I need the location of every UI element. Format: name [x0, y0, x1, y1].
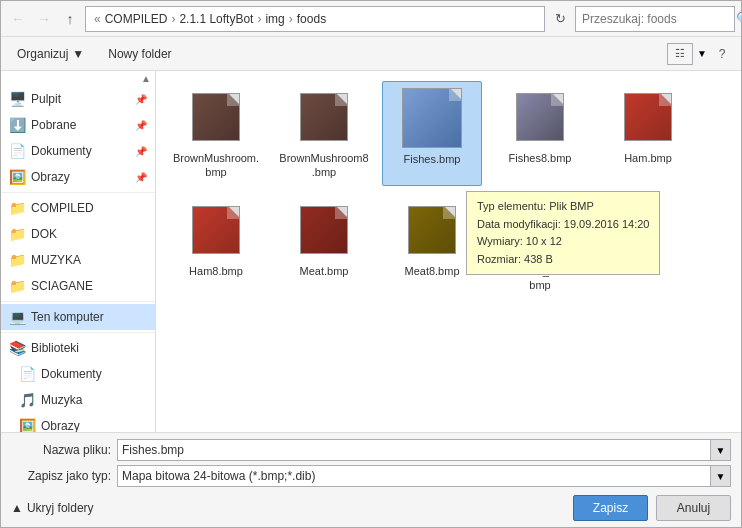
- cancel-button[interactable]: Anuluj: [656, 495, 731, 521]
- muzyka2-icon: 🎵: [19, 392, 36, 408]
- bmp-thumbnail-meat8: [408, 206, 456, 254]
- bmp-thumbnail-brownmush: [192, 93, 240, 141]
- tooltip-size-label: Rozmiar:: [477, 253, 521, 265]
- muzyka-folder-icon: 📁: [9, 252, 26, 268]
- file-item-meat[interactable]: Meat.bmp: [274, 194, 374, 299]
- sidebar-item-dok[interactable]: 📁 DOK: [1, 221, 155, 247]
- file-item-ham8[interactable]: Ham8.bmp: [166, 194, 266, 299]
- sidebar-item-pulpit[interactable]: 🖥️ Pulpit 📌: [1, 86, 155, 112]
- file-item-fishes[interactable]: Fishes.bmp: [382, 81, 482, 186]
- breadcrumb-arrow-1: ›: [171, 12, 175, 26]
- filetype-label: Zapisz jako typ:: [11, 469, 111, 483]
- hide-folders-label: Ukryj foldery: [27, 501, 94, 515]
- sidebar-item-obrazy2[interactable]: 🖼️ Obrazy: [1, 413, 155, 432]
- bottom-section: Nazwa pliku: ▼ Zapisz jako typ: ▼ ▲ Ukry…: [1, 432, 741, 527]
- new-folder-button[interactable]: Nowy folder: [100, 44, 179, 64]
- sidebar-item-label-muzyka: MUZYKA: [31, 253, 81, 267]
- filename-label: Nazwa pliku:: [11, 443, 111, 457]
- refresh-button[interactable]: ↻: [549, 8, 571, 30]
- compiled-folder-icon: 📁: [9, 200, 26, 216]
- pin-icon-2: 📌: [135, 146, 147, 157]
- sidebar-item-biblioteki[interactable]: 📚 Biblioteki: [1, 335, 155, 361]
- file-tooltip: Typ elementu: Plik BMP Data modyfikacji:…: [466, 191, 660, 275]
- pin-icon-1: 📌: [135, 120, 147, 131]
- filetype-dropdown[interactable]: ▼: [711, 465, 731, 487]
- filename-input[interactable]: [117, 439, 711, 461]
- action-buttons: Zapisz Anuluj: [573, 495, 731, 521]
- sidebar-item-obrazy[interactable]: 🖼️ Obrazy 📌: [1, 164, 155, 190]
- organize-button[interactable]: Organizuj ▼: [9, 44, 92, 64]
- toolbar: Organizuj ▼ Nowy folder ☷ ▼ ?: [1, 37, 741, 71]
- sciagane-folder-icon: 📁: [9, 278, 26, 294]
- forward-button[interactable]: →: [33, 8, 55, 30]
- sidebar-item-label-obrazy: Obrazy: [31, 170, 70, 184]
- bmp-thumbnail-fishes: [402, 88, 462, 148]
- filename-row: Nazwa pliku: ▼: [11, 439, 731, 461]
- hide-folders-button[interactable]: ▲ Ukryj foldery: [11, 501, 94, 515]
- view-toggle-button[interactable]: ☷: [667, 43, 693, 65]
- breadcrumb-arrow-2: ›: [257, 12, 261, 26]
- file-item-fishes8[interactable]: Fishes8.bmp: [490, 81, 590, 186]
- file-item-ham[interactable]: Ham.bmp: [598, 81, 698, 186]
- file-icon-meat: [294, 200, 354, 260]
- file-icon-ham: [618, 87, 678, 147]
- file-name-fishes: Fishes.bmp: [404, 152, 461, 166]
- filetype-input[interactable]: [117, 465, 711, 487]
- file-name-ham: Ham.bmp: [624, 151, 672, 165]
- breadcrumb-compiled[interactable]: COMPILED: [105, 12, 168, 26]
- breadcrumb-current: foods: [297, 12, 326, 26]
- scroll-up-icon[interactable]: ▲: [141, 73, 151, 84]
- file-item-brownmush[interactable]: BrownMushroom.bmp: [166, 81, 266, 186]
- breadcrumb-loftybot[interactable]: 2.1.1 LoftyBot: [179, 12, 253, 26]
- sidebar-item-label-dokumenty2: Dokumenty: [41, 367, 102, 381]
- bmp-thumbnail-ham: [624, 93, 672, 141]
- file-name-meat: Meat.bmp: [300, 264, 349, 278]
- file-item-brownmush8[interactable]: BrownMushroom8.bmp: [274, 81, 374, 186]
- sidebar-item-ten-komputer[interactable]: 💻 Ten komputer: [1, 304, 155, 330]
- sidebar-item-pobrane[interactable]: ⬇️ Pobrane 📌: [1, 112, 155, 138]
- sidebar-item-label-obrazy2: Obrazy: [41, 419, 80, 432]
- address-bar-container: ← → ↑ « COMPILED › 2.1.1 LoftyBot › img …: [1, 1, 741, 37]
- sidebar-item-label-muzyka2: Muzyka: [41, 393, 82, 407]
- sidebar-item-dokumenty[interactable]: 📄 Dokumenty 📌: [1, 138, 155, 164]
- up-button[interactable]: ↑: [59, 8, 81, 30]
- sidebar-item-muzyka[interactable]: 📁 MUZYKA: [1, 247, 155, 273]
- tooltip-type-value: Plik BMP: [549, 200, 594, 212]
- sidebar-item-label-ten-komputer: Ten komputer: [31, 310, 104, 324]
- sidebar-item-compiled[interactable]: 📁 COMPILED: [1, 195, 155, 221]
- file-save-dialog: ← → ↑ « COMPILED › 2.1.1 LoftyBot › img …: [0, 0, 742, 528]
- dokumenty-icon: 📄: [9, 143, 26, 159]
- search-box[interactable]: 🔍: [575, 6, 735, 32]
- file-icon-fishes: [402, 88, 462, 148]
- filename-dropdown[interactable]: ▼: [711, 439, 731, 461]
- bmp-thumbnail-fishes8: [516, 93, 564, 141]
- tooltip-type: Typ elementu: Plik BMP: [477, 198, 649, 216]
- sidebar-item-sciagane[interactable]: 📁 SCIAGANE: [1, 273, 155, 299]
- help-button[interactable]: ?: [711, 43, 733, 65]
- sidebar-item-label-dokumenty: Dokumenty: [31, 144, 92, 158]
- tooltip-type-label: Typ elementu:: [477, 200, 546, 212]
- sidebar-item-label-sciagane: SCIAGANE: [31, 279, 93, 293]
- new-folder-label: Nowy folder: [108, 47, 171, 61]
- file-icon-fishes8: [510, 87, 570, 147]
- dok-folder-icon: 📁: [9, 226, 26, 242]
- address-bar[interactable]: « COMPILED › 2.1.1 LoftyBot › img › food…: [85, 6, 545, 32]
- tooltip-date: Data modyfikacji: 19.09.2016 14:20: [477, 216, 649, 234]
- file-name-brownmush8: BrownMushroom8.bmp: [278, 151, 370, 180]
- sidebar-item-label-compiled: COMPILED: [31, 201, 94, 215]
- sidebar-item-dokumenty2[interactable]: 📄 Dokumenty: [1, 361, 155, 387]
- sidebar-item-label-pulpit: Pulpit: [31, 92, 61, 106]
- sidebar-item-label-pobrane: Pobrane: [31, 118, 76, 132]
- search-icon: 🔍: [736, 11, 742, 26]
- back-button[interactable]: ←: [7, 8, 29, 30]
- breadcrumb-img[interactable]: img: [265, 12, 284, 26]
- obrazy-icon: 🖼️: [9, 169, 26, 185]
- save-button[interactable]: Zapisz: [573, 495, 648, 521]
- file-name-brownmush: BrownMushroom.bmp: [170, 151, 262, 180]
- breadcrumb-sep-0: «: [94, 12, 101, 26]
- search-input[interactable]: [582, 12, 732, 26]
- tooltip-dimensions-value: 10 x 12: [526, 235, 562, 247]
- file-icon-brownmush: [186, 87, 246, 147]
- bmp-thumbnail-meat: [300, 206, 348, 254]
- sidebar-item-muzyka2[interactable]: 🎵 Muzyka: [1, 387, 155, 413]
